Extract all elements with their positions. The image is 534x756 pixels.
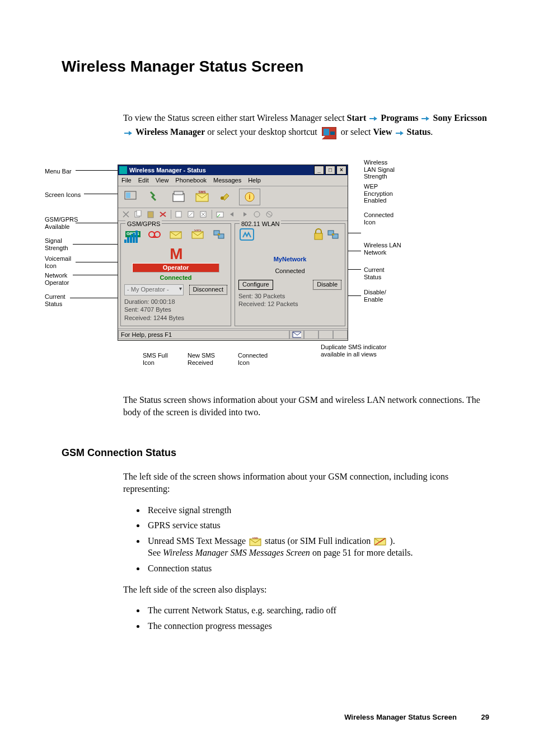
callout-wep-enabled: WEP Encryption Enabled <box>364 183 393 204</box>
statusbar-blank-1 <box>304 330 318 339</box>
menu-phonebook[interactable]: Phonebook <box>175 176 207 185</box>
forward-icon[interactable] <box>239 209 250 219</box>
status-screen-icon[interactable] <box>121 189 142 204</box>
gsm-icons-list: Receive signal strength GPRS service sta… <box>146 504 489 575</box>
arrow-right-icon <box>396 130 404 136</box>
disconnect-button[interactable]: Disconnect <box>189 285 227 295</box>
path-sony-ericsson: Sony Ericsson <box>433 113 486 123</box>
settings-icon[interactable] <box>216 189 236 204</box>
li3-tail: on page 51 for more details. <box>310 548 413 557</box>
app-window: Wireless Manager - Status _ □ × File Edi… <box>118 165 348 341</box>
status-bar: For Help, press F1 <box>118 328 348 340</box>
svg-rect-1 <box>324 129 329 135</box>
list-item: Receive signal strength <box>146 504 489 516</box>
gsm-group-title: GSM/GPRS <box>125 220 162 228</box>
page-number: 29 <box>481 712 489 722</box>
svg-rect-7 <box>174 191 183 195</box>
svg-rect-15 <box>148 212 153 218</box>
close-button[interactable]: × <box>336 166 346 175</box>
status-help-text: For Help, press F1 <box>118 330 289 339</box>
callout-disable-enable: Disable/ Enable <box>364 289 386 303</box>
paste-icon[interactable] <box>145 209 156 219</box>
intro-text-c: or select <box>341 127 373 137</box>
toolbar-large: SMS i <box>118 186 348 208</box>
li3-text-a: Unread SMS Text Message <box>148 536 248 546</box>
reply-icon[interactable] <box>227 209 238 219</box>
svg-point-23 <box>154 232 160 237</box>
callout-duplicate-sms: Duplicate SMS indicator available in all… <box>321 344 386 358</box>
li3-text-b: status (or SIM Full indication <box>265 536 373 546</box>
svg-rect-14 <box>137 210 141 216</box>
gsm-received: Received: 1244 Bytes <box>124 314 227 322</box>
info-icon[interactable]: i <box>239 189 260 205</box>
disconnect-icon[interactable] <box>264 209 275 219</box>
cut-icon[interactable] <box>120 209 132 219</box>
callout-screen-icons: Screen Icons <box>45 191 81 199</box>
wlan-signal-icon <box>240 228 254 241</box>
phonebook-screen-icon[interactable] <box>145 189 165 204</box>
path-status: Status <box>407 127 431 137</box>
menu-view[interactable]: View <box>156 176 169 185</box>
voicemail-icon <box>147 228 162 241</box>
wep-lock-icon <box>311 228 326 241</box>
footer-title: Wireless Manager Status Screen <box>344 713 457 721</box>
callout-gsm-available: GSM/GPRS Available <box>45 216 78 230</box>
wlan-connected-icon <box>326 228 340 241</box>
titlebar[interactable]: Wireless Manager - Status _ □ × <box>118 165 348 175</box>
toolbar-small <box>118 208 348 221</box>
wlan-sent: Sent: 30 Packets <box>238 292 341 300</box>
sms-full-icon: SMS <box>190 228 205 241</box>
disable-button[interactable]: Disable <box>313 280 341 290</box>
gsm-left-intro: The left side of the screen shows inform… <box>123 471 489 495</box>
list-item: The current Network Status, e.g. searchi… <box>146 604 489 617</box>
menu-edit[interactable]: Edit <box>138 176 149 185</box>
path-view: View <box>373 127 392 137</box>
delete-entry-icon[interactable] <box>198 209 209 219</box>
menu-help[interactable]: Help <box>248 176 261 185</box>
sms-icon[interactable]: SMS <box>192 189 212 204</box>
gsm-also-list: The current Network Status, e.g. searchi… <box>146 604 489 632</box>
callout-current-status-right: Current Status <box>364 266 385 280</box>
callout-current-status: Current Status <box>45 293 65 307</box>
callout-wlan-network: Wireless LAN Network <box>364 242 401 256</box>
gsm-connected-icon <box>212 228 226 241</box>
svg-text:SMS: SMS <box>198 190 205 194</box>
desktop-shortcut-icon <box>322 127 336 139</box>
svg-rect-2 <box>330 132 335 135</box>
configure-button[interactable]: Configure <box>238 280 273 290</box>
minimize-button[interactable]: _ <box>314 166 324 175</box>
svg-text:i: i <box>249 193 250 201</box>
wlan-network-name: MyNetwork <box>238 255 341 264</box>
li3-text-c: ). <box>390 536 395 546</box>
messages-screen-icon[interactable] <box>168 189 189 204</box>
new-entry-icon[interactable] <box>174 209 185 219</box>
intro-text-a: To view the Status screen either start W… <box>123 113 347 123</box>
svg-rect-5 <box>126 192 130 198</box>
li3-link: Wireless Manager SMS Messages Screen <box>163 548 310 557</box>
operator-logo-icon: M <box>124 246 227 262</box>
operator-select[interactable]: - My Operator - <box>124 284 184 295</box>
compose-sms-icon[interactable] <box>214 209 226 219</box>
delete-icon[interactable] <box>157 209 168 219</box>
wlan-received: Received: 12 Packets <box>238 300 341 308</box>
statusbar-blank-3 <box>333 330 348 339</box>
sms-envelope-icon: SMS <box>249 537 261 546</box>
window-title: Wireless Manager - Status <box>129 166 313 175</box>
path-start: Start <box>347 113 367 123</box>
gsm-connection-heading: GSM Connection Status <box>62 446 489 459</box>
menu-messages[interactable]: Messages <box>213 176 241 185</box>
connect-icon[interactable] <box>251 209 263 219</box>
path-wireless-manager: Wireless Manager <box>135 127 205 137</box>
svg-point-22 <box>149 232 154 237</box>
gsm-group: GSM/GPRS GPRS SMS <box>120 223 231 326</box>
menu-file[interactable]: File <box>121 176 132 185</box>
gsm-stats: Duration: 00:00:18 Sent: 4707 Bytes Rece… <box>124 295 227 323</box>
maximize-button[interactable]: □ <box>325 166 335 175</box>
app-icon <box>119 166 127 174</box>
copy-icon[interactable] <box>133 209 144 219</box>
edit-entry-icon[interactable] <box>186 209 197 219</box>
menu-bar: File Edit View Phonebook Messages Help <box>118 175 348 186</box>
callout-new-sms-received: New SMS Received <box>188 352 215 366</box>
svg-point-10 <box>221 196 224 200</box>
operator-label: Operator <box>132 263 219 273</box>
